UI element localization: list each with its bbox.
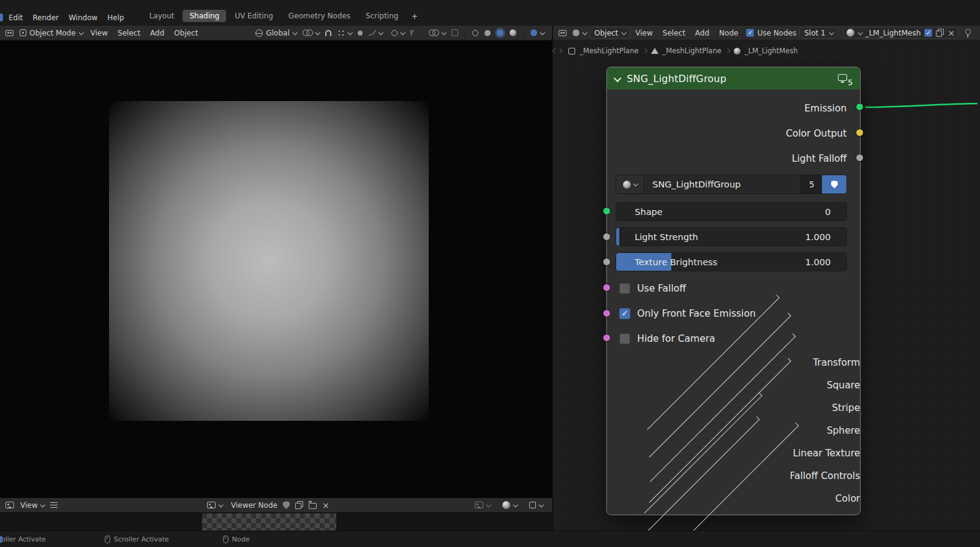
- hide-for-camera-checkbox[interactable]: [619, 333, 630, 344]
- menu-help[interactable]: Help: [107, 13, 124, 22]
- socket-color-output[interactable]: [856, 129, 864, 137]
- breadcrumb-object[interactable]: _MeshLightPlane: [579, 47, 638, 55]
- image-editor-type-button[interactable]: [6, 502, 14, 508]
- breadcrumb-toggle-icon[interactable]: [553, 49, 562, 53]
- use-nodes-checkbox[interactable]: [746, 29, 754, 37]
- unlink-image-icon[interactable]: ×: [322, 501, 330, 510]
- new-image-icon[interactable]: [295, 501, 303, 509]
- image-editor-menu-button[interactable]: [50, 502, 58, 508]
- panel-falloff-controls[interactable]: Falloff Controls: [607, 464, 860, 487]
- image-channels-dropdown[interactable]: [502, 501, 517, 509]
- light-strength-slider[interactable]: Light Strength 1.000: [616, 227, 847, 246]
- slider-value: 1.000: [805, 232, 847, 242]
- material-name[interactable]: _LM_LightMesh: [865, 29, 921, 37]
- menu-view[interactable]: View: [91, 29, 108, 37]
- fake-user-button[interactable]: [822, 175, 846, 194]
- wireframe-sphere-icon: [472, 30, 478, 36]
- group-users-button[interactable]: 5: [801, 175, 822, 194]
- gizmos-toggle[interactable]: [451, 29, 458, 36]
- image-display-dropdown[interactable]: [475, 502, 490, 508]
- unlink-material-icon[interactable]: ×: [948, 29, 955, 37]
- shape-slider[interactable]: Shape 0: [616, 202, 847, 221]
- select-tool-icon-button[interactable]: [410, 30, 415, 36]
- shader-editor-type-button[interactable]: [559, 30, 567, 36]
- gizmo-icon: [451, 29, 458, 36]
- overlays-dropdown[interactable]: [429, 29, 445, 36]
- socket-emission[interactable]: [856, 103, 864, 111]
- world-icon[interactable]: [846, 29, 854, 37]
- collapse-chevron-icon[interactable]: [614, 74, 622, 82]
- tab-uv-editing[interactable]: UV Editing: [228, 10, 280, 22]
- menu-render[interactable]: Render: [32, 13, 59, 22]
- menu-select[interactable]: Select: [663, 29, 685, 37]
- tab-scripting[interactable]: Scripting: [359, 10, 405, 22]
- viewport-canvas[interactable]: [0, 40, 552, 498]
- pivot-point-dropdown[interactable]: [303, 29, 319, 36]
- viewport-editor-type-button[interactable]: [6, 30, 13, 36]
- shading-material-button[interactable]: [497, 29, 503, 36]
- open-image-icon[interactable]: [309, 503, 317, 509]
- use-falloff-checkbox[interactable]: [619, 283, 630, 294]
- tab-shading[interactable]: Shading: [183, 10, 226, 22]
- proportional-editing-toggle[interactable]: [358, 31, 363, 36]
- panel-label: Falloff Controls: [790, 470, 860, 481]
- toggle-label: Only Front Face Emission: [637, 308, 756, 319]
- tab-geometry-nodes[interactable]: Geometry Nodes: [282, 10, 357, 22]
- breadcrumb: _MeshLightPlane _MeshLightPlane _LM_Ligh…: [553, 47, 797, 55]
- render-pass-dropdown[interactable]: [530, 29, 544, 36]
- material-slot-dropdown[interactable]: Slot 1: [799, 27, 837, 39]
- orientation-globe-icon: [255, 29, 263, 37]
- pass-icon: [529, 502, 536, 508]
- image-browse-dropdown[interactable]: [207, 502, 222, 508]
- node-header[interactable]: SNG_LightDiffGroup 5: [607, 67, 860, 89]
- menu-select[interactable]: Select: [118, 29, 140, 37]
- menu-edit[interactable]: Edit: [9, 13, 23, 22]
- shading-rendered-button[interactable]: [510, 29, 516, 36]
- pin-button[interactable]: [963, 28, 972, 38]
- visibility-dropdown[interactable]: [391, 30, 404, 36]
- tab-layout[interactable]: Layout: [143, 10, 181, 22]
- menu-add[interactable]: Add: [150, 29, 164, 37]
- toggle-label: Hide for Camera: [637, 333, 715, 344]
- shading-wireframe-button[interactable]: [472, 30, 478, 36]
- slider-value: 0: [825, 207, 846, 217]
- breadcrumb-mesh[interactable]: _MeshLightPlane: [663, 47, 722, 55]
- panel-label: Sphere: [827, 425, 861, 436]
- transform-orientation-dropdown[interactable]: Global: [255, 29, 296, 37]
- snap-toggle[interactable]: [325, 30, 331, 36]
- emission-wire[interactable]: [865, 104, 978, 107]
- mode-selector[interactable]: Object Mode: [20, 29, 83, 37]
- shading-solid-button[interactable]: [484, 30, 491, 36]
- blender-logo-icon[interactable]: [0, 13, 3, 21]
- use-nodes-toggle[interactable]: Use Nodes: [746, 29, 796, 37]
- breadcrumb-material[interactable]: _LM_LightMesh: [745, 47, 798, 55]
- image-pass-dropdown[interactable]: [529, 502, 543, 508]
- shield-icon: [831, 181, 838, 189]
- fake-user-icon[interactable]: [283, 501, 290, 509]
- proportional-falloff-dropdown[interactable]: [369, 30, 382, 36]
- group-name-field[interactable]: SNG_LightDiffGroup: [644, 175, 801, 194]
- view-menu-label: View: [20, 501, 37, 510]
- add-workspace-button[interactable]: +: [407, 10, 422, 22]
- menu-node[interactable]: Node: [719, 29, 738, 37]
- node-sng-lightdiffgroup[interactable]: SNG_LightDiffGroup 5 Emission Color Outp…: [607, 67, 860, 515]
- image-editor-canvas[interactable]: [0, 513, 552, 530]
- menu-object[interactable]: Object: [174, 29, 198, 37]
- mouse-icon: [105, 535, 110, 543]
- shader-type-dropdown[interactable]: Object: [589, 27, 630, 39]
- snapping-dropdown[interactable]: [337, 29, 352, 37]
- texture-brightness-slider[interactable]: Texture Brightness 1.000: [616, 252, 847, 271]
- shader-editor-header: Object View Select Add Node Use Nodes Sl…: [553, 26, 980, 40]
- node-editor-canvas[interactable]: _MeshLightPlane _MeshLightPlane _LM_Ligh…: [553, 40, 980, 530]
- socket-light-falloff[interactable]: [856, 154, 864, 162]
- only-front-face-emission-checkbox[interactable]: [619, 308, 630, 319]
- shader-browse-dropdown[interactable]: [573, 29, 586, 36]
- group-browse-button[interactable]: [616, 175, 644, 194]
- editor-type-icon: [6, 30, 13, 36]
- menu-view[interactable]: View: [635, 29, 652, 37]
- image-view-menu[interactable]: View: [20, 501, 44, 510]
- duplicate-material-icon[interactable]: [936, 29, 944, 37]
- menu-window[interactable]: Window: [69, 13, 97, 22]
- menu-add[interactable]: Add: [695, 29, 709, 37]
- material-checkbox[interactable]: [924, 29, 932, 37]
